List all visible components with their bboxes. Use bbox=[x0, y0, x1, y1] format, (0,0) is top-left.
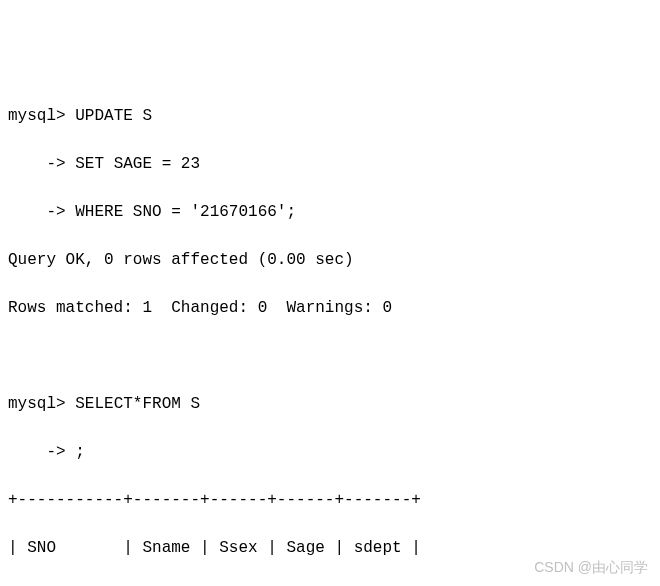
sql-select-line-2: -> ; bbox=[8, 440, 652, 464]
sql-text: ; bbox=[75, 443, 85, 461]
sql-select-line-1: mysql> SELECT*FROM S bbox=[8, 392, 652, 416]
query-result-1: Query OK, 0 rows affected (0.00 sec) bbox=[8, 248, 652, 272]
sql-update-line-1: mysql> UPDATE S bbox=[8, 104, 652, 128]
prompt-cont: -> bbox=[8, 203, 75, 221]
prompt-cont: -> bbox=[8, 155, 75, 173]
sql-text: SET SAGE = 23 bbox=[75, 155, 200, 173]
sql-text: UPDATE S bbox=[75, 107, 152, 125]
sql-update-line-3: -> WHERE SNO = '21670166'; bbox=[8, 200, 652, 224]
query-result-2: Rows matched: 1 Changed: 0 Warnings: 0 bbox=[8, 296, 652, 320]
sql-update-line-2: -> SET SAGE = 23 bbox=[8, 152, 652, 176]
watermark: CSDN @由心同学 bbox=[534, 557, 648, 578]
prompt: mysql> bbox=[8, 395, 75, 413]
prompt-cont: -> bbox=[8, 443, 75, 461]
table-border-top: +-----------+-------+------+------+-----… bbox=[8, 488, 652, 512]
sql-text: WHERE SNO = '21670166'; bbox=[75, 203, 296, 221]
blank-line bbox=[8, 344, 652, 368]
prompt: mysql> bbox=[8, 107, 75, 125]
sql-text: SELECT*FROM S bbox=[75, 395, 200, 413]
